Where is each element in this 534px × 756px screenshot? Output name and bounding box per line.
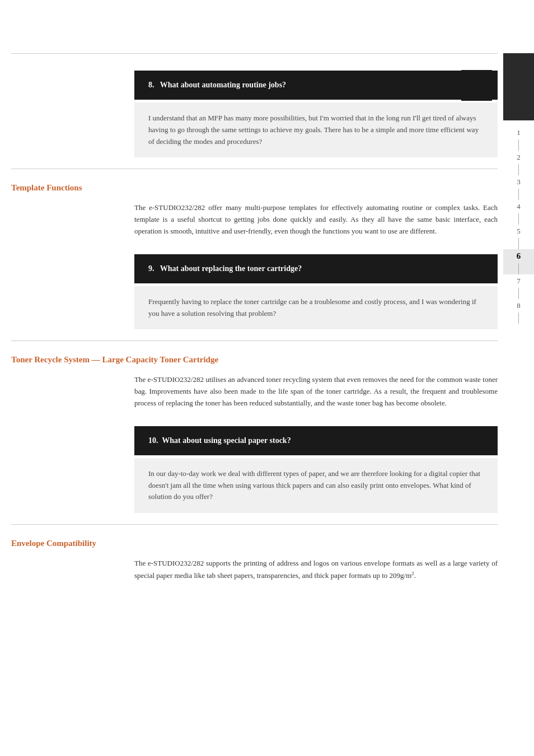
page-container: 1 2 3 4 5 6 7 bbox=[0, 53, 534, 756]
top-horizontal-rule bbox=[11, 53, 498, 54]
answer-10-text: In our day-to-day work we deal with diff… bbox=[148, 469, 480, 501]
nav-dots-7 bbox=[518, 288, 519, 299]
right-nav: 1 2 3 4 5 6 7 bbox=[503, 53, 534, 756]
toner-recycle-heading: Toner Recycle System — Large Capacity To… bbox=[11, 355, 534, 366]
envelope-compat-heading: Envelope Compatibility bbox=[11, 539, 534, 549]
answer-box-9: Frequently having to replace the toner c… bbox=[134, 286, 498, 330]
question-9-number: 9. bbox=[148, 264, 154, 273]
nav-item-2[interactable]: 2 bbox=[503, 151, 534, 175]
nav-item-6[interactable]: 6 bbox=[503, 249, 534, 274]
nav-number-4: 4 bbox=[503, 200, 534, 213]
nav-dots-5 bbox=[518, 238, 519, 249]
template-functions-heading: Template Functions bbox=[11, 183, 534, 194]
answer-9-text: Frequently having to replace the toner c… bbox=[148, 297, 476, 318]
nav-number-8: 8 bbox=[503, 299, 534, 312]
question-10-label: What about using special paper stock? bbox=[162, 436, 291, 445]
answer-box-8: I understand that an MFP has many more p… bbox=[134, 102, 498, 157]
nav-item-7[interactable]: 7 bbox=[503, 274, 534, 299]
question-8-label: What about automating routine jobs? bbox=[160, 81, 286, 89]
question-box-8: 8. What about automating routine jobs? bbox=[134, 71, 498, 100]
envelope-compat-text: The e-STUDIO232/282 supports the printin… bbox=[134, 558, 498, 582]
nav-number-2: 2 bbox=[503, 151, 534, 164]
nav-item-8[interactable]: 8 bbox=[503, 299, 534, 324]
right-nav-dark-section bbox=[503, 53, 534, 120]
nav-number-7: 7 bbox=[503, 274, 534, 288]
answer-8-text: I understand that an MFP has many more p… bbox=[148, 114, 479, 146]
nav-number-1: 1 bbox=[503, 126, 534, 139]
top-decoration bbox=[461, 70, 492, 101]
question-box-10: 10. What about using special paper stock… bbox=[134, 426, 498, 455]
question-9-label: What about replacing the toner cartridge… bbox=[160, 264, 302, 273]
right-nav-items: 1 2 3 4 5 6 7 bbox=[503, 126, 534, 324]
template-functions-text: The e-STUDIO232/282 offer many multi-pur… bbox=[134, 202, 498, 237]
nav-number-5: 5 bbox=[503, 225, 534, 238]
nav-dots-2 bbox=[518, 164, 519, 175]
nav-item-4[interactable]: 4 bbox=[503, 200, 534, 225]
nav-dots-1 bbox=[518, 139, 519, 151]
nav-dots-6 bbox=[518, 263, 519, 274]
nav-dots-8 bbox=[518, 312, 519, 324]
nav-item-5[interactable]: 5 bbox=[503, 225, 534, 249]
nav-dots-3 bbox=[518, 189, 519, 200]
nav-item-1[interactable]: 1 bbox=[503, 126, 534, 151]
question-10-number: 10. bbox=[148, 436, 158, 445]
question-8-text: 8. bbox=[148, 81, 154, 89]
question-box-9: 9. What about replacing the toner cartri… bbox=[134, 254, 498, 283]
nav-number-3: 3 bbox=[503, 175, 534, 189]
nav-number-6: 6 bbox=[503, 249, 534, 263]
nav-dots-4 bbox=[518, 213, 519, 225]
toner-recycle-text: The e-STUDIO232/282 utilises an advanced… bbox=[134, 374, 498, 409]
nav-item-3[interactable]: 3 bbox=[503, 175, 534, 200]
answer-box-10: In our day-to-day work we deal with diff… bbox=[134, 458, 498, 513]
